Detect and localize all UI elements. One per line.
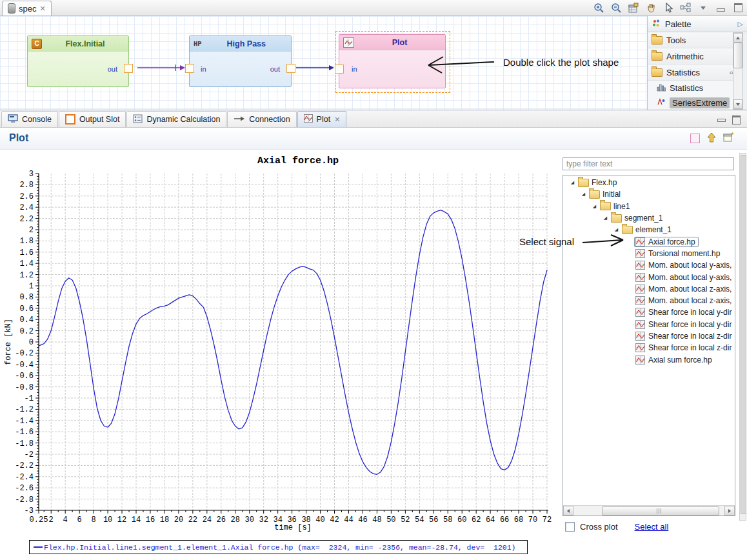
cross-plot-checkbox[interactable] xyxy=(565,522,575,532)
scroll-right-icon[interactable] xyxy=(724,506,735,515)
input-port[interactable] xyxy=(185,64,194,73)
maximize-panel-icon[interactable] xyxy=(732,115,741,125)
tree-item-signal[interactable]: Axial force.hp xyxy=(563,235,735,247)
tab-spec[interactable]: spec xyxy=(2,1,52,15)
tree-item-signal[interactable]: Mom. about local y-axis, xyxy=(563,259,735,271)
tab-dynamic-calculation[interactable]: Dynamic Calculation xyxy=(126,111,226,127)
palette-item-statistics[interactable]: Statistics xyxy=(648,81,733,95)
folder-icon xyxy=(589,190,600,199)
zoom-out-icon[interactable] xyxy=(610,2,622,14)
tab-console[interactable]: Console xyxy=(1,111,58,127)
palette-flyout-icon[interactable] xyxy=(738,20,743,28)
tree-folder-line1[interactable]: line1 xyxy=(563,201,735,212)
svg-text:0.8: 0.8 xyxy=(19,293,34,302)
maximize-editor-icon[interactable] xyxy=(732,2,744,14)
svg-text:2.2: 2.2 xyxy=(19,215,34,224)
tree-item-signal[interactable]: Shear force in local y-dir xyxy=(563,319,735,330)
block-plot[interactable]: Plot in xyxy=(339,34,446,88)
signal-list: Axial force.hpTorsional moment.hpMom. ab… xyxy=(563,235,735,365)
close-tab-icon[interactable] xyxy=(334,115,340,124)
svg-text:32: 32 xyxy=(259,515,268,525)
folder-icon xyxy=(652,36,662,45)
expanded-arrow-icon[interactable] xyxy=(570,180,575,185)
scrollbar-thumb[interactable] xyxy=(602,506,719,515)
palette-item-seriesextreme[interactable]: SeriesExtreme xyxy=(648,95,733,110)
palette-group-statistics[interactable]: Statistics xyxy=(648,65,737,81)
tree-item-signal[interactable]: Shear force in local z-dir xyxy=(563,342,735,354)
block-flex-initial[interactable]: C Flex.Initial out xyxy=(27,35,129,87)
svg-text:2.8: 2.8 xyxy=(19,181,34,190)
tree-item-signal[interactable]: Mom. about local z-axis, xyxy=(563,283,735,295)
minimize-editor-icon[interactable] xyxy=(714,2,727,14)
scroll-up-icon[interactable] xyxy=(733,33,742,43)
svg-text:44: 44 xyxy=(344,515,353,525)
scroll-left-icon[interactable] xyxy=(563,506,573,515)
svg-text:2.6: 2.6 xyxy=(19,192,34,201)
palette-group-aritmethic[interactable]: Aritmethic xyxy=(648,48,737,65)
plot-color-swatch-icon[interactable] xyxy=(690,134,700,143)
scrollbar-thumb[interactable] xyxy=(733,43,742,68)
expanded-arrow-icon[interactable] xyxy=(592,204,597,209)
new-view-icon[interactable] xyxy=(723,132,734,145)
select-cursor-icon[interactable] xyxy=(662,2,675,14)
tab-output-slot[interactable]: Output Slot xyxy=(59,111,126,127)
output-port[interactable] xyxy=(124,64,133,73)
svg-text:52: 52 xyxy=(401,515,410,525)
view-tab-bar: Console Output Slot Dynamic Calculation … xyxy=(0,110,747,128)
tree-item-signal[interactable]: Mom. about local z-axis, xyxy=(563,295,735,306)
marquee-nodes-icon[interactable] xyxy=(679,2,692,14)
port-label-in: in xyxy=(352,65,357,73)
svg-text:time [s]: time [s] xyxy=(274,523,312,532)
svg-text:-2.6: -2.6 xyxy=(15,484,34,493)
palette-scrollbar[interactable] xyxy=(733,32,743,110)
output-slot-icon xyxy=(65,114,75,125)
svg-text:28: 28 xyxy=(231,515,240,525)
view-menu-chevron-icon[interactable] xyxy=(697,2,710,14)
tree-folder-segment-1[interactable]: segment_1 xyxy=(563,212,735,224)
svg-text:0.6: 0.6 xyxy=(19,305,34,314)
expanded-arrow-icon[interactable] xyxy=(613,227,619,232)
tree-item-signal[interactable]: Shear force in local z-dir xyxy=(563,330,735,342)
scrollbar-thumb[interactable] xyxy=(741,155,746,514)
select-all-link[interactable]: Select all xyxy=(635,522,669,532)
tree-folder-initial[interactable]: Initial xyxy=(563,188,735,200)
minimize-panel-icon[interactable] xyxy=(717,119,726,122)
close-tab-icon[interactable] xyxy=(39,5,45,13)
tree-item-signal[interactable]: Torsional moment.hp xyxy=(563,248,735,259)
zoom-in-icon[interactable] xyxy=(592,2,605,14)
tree-item-signal[interactable]: Shear force in local y-dir xyxy=(563,306,735,318)
tree-item-signal[interactable]: Mom. about local y-axis, xyxy=(563,271,735,283)
palette-body: Tools Aritmethic Statistics Statistics xyxy=(648,32,747,110)
expanded-arrow-icon[interactable] xyxy=(603,215,608,221)
tree-folder-element-1[interactable]: element_1 xyxy=(563,224,735,235)
move-up-icon[interactable] xyxy=(707,132,716,145)
filter-input[interactable] xyxy=(563,157,734,170)
pan-hand-icon[interactable] xyxy=(644,2,657,14)
snapshot-icon[interactable] xyxy=(627,2,640,14)
tree-folder-label: element_1 xyxy=(635,225,672,234)
scroll-down-icon[interactable] xyxy=(733,99,742,109)
palette-header[interactable]: Palette xyxy=(648,16,747,32)
svg-text:-0.8: -0.8 xyxy=(15,383,34,392)
tab-connection[interactable]: Connection xyxy=(227,111,296,127)
svg-text:62: 62 xyxy=(472,515,481,525)
svg-text:force [kN]: force [kN] xyxy=(4,319,13,365)
vertical-scrollbar[interactable] xyxy=(739,153,746,521)
palette-group-label: Aritmethic xyxy=(666,52,704,61)
tree-folder-flex-hp[interactable]: Flex.hp xyxy=(563,177,735,188)
expanded-arrow-icon[interactable] xyxy=(581,192,586,197)
svg-text:6: 6 xyxy=(77,515,82,525)
palette-group-tools[interactable]: Tools xyxy=(648,32,737,48)
block-high-pass[interactable]: HP High Pass in out xyxy=(189,35,292,87)
tree-item-signal[interactable]: Axial sum force.hp xyxy=(563,354,735,365)
tree-horizontal-scrollbar[interactable] xyxy=(563,505,735,515)
signal-plot-icon xyxy=(635,343,645,352)
output-port[interactable] xyxy=(286,64,295,73)
svg-text:30: 30 xyxy=(245,515,254,525)
tree-item-label: Shear force in local y-dir xyxy=(648,320,732,329)
svg-text:26: 26 xyxy=(217,515,226,525)
tab-plot[interactable]: Plot xyxy=(297,111,347,127)
input-port[interactable] xyxy=(335,65,344,74)
signal-plot-icon xyxy=(635,320,645,329)
chart-area: -3-2.8-2.6-2.4-2.2-2-1.8-1.6-1.4-1.2-1-0… xyxy=(0,150,561,537)
